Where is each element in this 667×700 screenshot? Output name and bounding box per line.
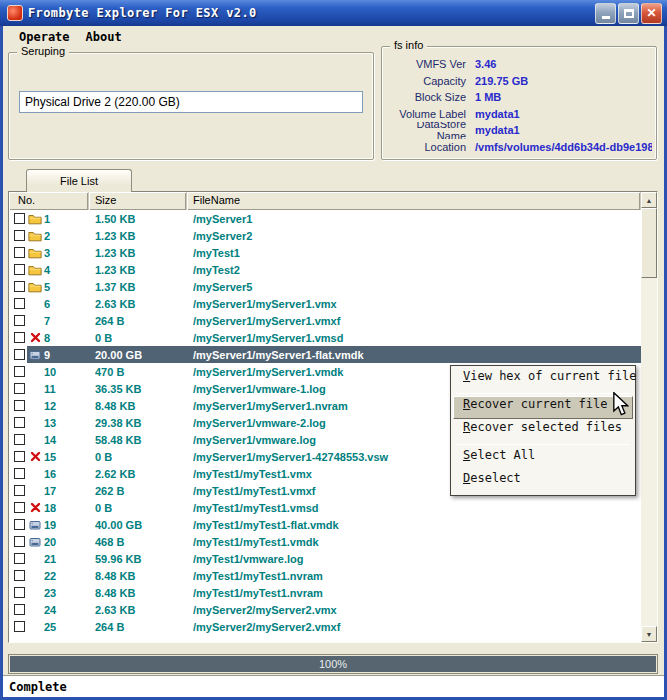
row-checkbox[interactable] (14, 298, 25, 309)
row-checkbox[interactable] (14, 349, 25, 360)
tab-file-list[interactable]: File List (26, 169, 132, 192)
table-row[interactable]: 80 B/myServer1/myServer1.vmsd (9, 329, 641, 346)
row-checkbox[interactable] (14, 604, 25, 615)
row-checkbox[interactable] (14, 400, 25, 411)
row-filename: /myServer1/myServer1-flat.vmdk (193, 349, 641, 361)
row-filename: /myServer1/myServer1.vmsd (193, 332, 641, 344)
table-row[interactable]: 20468 B/myTest1/myTest1.vmdk (9, 533, 641, 550)
row-size: 1.23 KB (95, 230, 186, 242)
table-row[interactable]: 242.63 KB/myServer2/myServer2.vmx (9, 601, 641, 618)
row-number: 8 (44, 332, 88, 344)
fs-info-value: 219.75 GB (475, 75, 528, 87)
table-row[interactable]: 31.23 KB/myTest1 (9, 244, 641, 261)
no-icon (28, 484, 42, 497)
row-checkbox[interactable] (14, 247, 25, 258)
row-filename: /myServer1/myServer1.vmxf (193, 315, 641, 327)
row-size: 264 B (95, 315, 186, 327)
context-menu-item[interactable]: View hex of current file (453, 368, 633, 391)
row-checkbox[interactable] (14, 621, 25, 632)
no-icon (28, 586, 42, 599)
row-checkbox[interactable] (14, 502, 25, 513)
context-menu-item[interactable]: Deselect (453, 470, 633, 493)
row-checkbox[interactable] (14, 281, 25, 292)
table-row[interactable]: 920.00 GB/myServer1/myServer1-flat.vmdk (9, 346, 641, 363)
context-menu-item[interactable]: Recover current file (453, 396, 633, 419)
vertical-scrollbar[interactable]: ▲ ▼ (641, 192, 657, 642)
row-size: 20.00 GB (95, 349, 186, 361)
table-row[interactable]: 51.37 KB/myServer5 (9, 278, 641, 295)
table-row[interactable]: 25264 B/myServer2/myServer2.vmxf (9, 618, 641, 635)
scroll-down-button[interactable]: ▼ (641, 626, 657, 642)
row-checkbox[interactable] (14, 570, 25, 581)
row-checkbox[interactable] (14, 366, 25, 377)
row-checkbox[interactable] (14, 468, 25, 479)
row-checkbox[interactable] (14, 332, 25, 343)
context-menu-item[interactable]: Select All (453, 447, 633, 470)
status-bar: Complete (3, 675, 664, 697)
row-checkbox[interactable] (14, 213, 25, 224)
row-checkbox[interactable] (14, 417, 25, 428)
row-size: 8.48 KB (95, 570, 186, 582)
folder-icon (28, 212, 42, 225)
row-size: 1.23 KB (95, 264, 186, 276)
menu-separator (456, 444, 630, 445)
row-number: 10 (44, 366, 88, 378)
fs-info-row: VMFS Ver3.46 (386, 56, 652, 73)
folder-icon (28, 263, 42, 276)
row-checkbox[interactable] (14, 383, 25, 394)
setup-groupbox: Seruping (8, 52, 374, 160)
menubar: OperateAbout (3, 26, 664, 48)
x-icon (28, 450, 42, 463)
drive-select-input[interactable] (19, 91, 363, 113)
menu-item-about[interactable]: About (78, 28, 130, 48)
table-row[interactable]: 180 B/myTest1/myTest1.vmsd (9, 499, 641, 516)
table-row[interactable]: 238.48 KB/myTest1/myTest1.nvram (9, 584, 641, 601)
context-menu-item[interactable]: Recover selected files (453, 419, 633, 442)
scroll-up-icon: ▲ (646, 197, 653, 204)
table-row[interactable]: 11.50 KB/myServer1 (9, 210, 641, 227)
row-checkbox[interactable] (14, 485, 25, 496)
scroll-up-button[interactable]: ▲ (641, 192, 657, 208)
row-size: 264 B (95, 621, 186, 633)
table-row[interactable]: 41.23 KB/myTest2 (9, 261, 641, 278)
row-filename: /myTest1/myTest1.vmdk (193, 536, 641, 548)
row-size: 262 B (95, 485, 186, 497)
row-checkbox[interactable] (14, 553, 25, 564)
row-checkbox[interactable] (14, 315, 25, 326)
row-filename: /myServer2 (193, 230, 641, 242)
table-row[interactable]: 228.48 KB/myTest1/myTest1.nvram (9, 567, 641, 584)
table-row[interactable]: 1940.00 GB/myTest1/myTest1-flat.vmdk (9, 516, 641, 533)
row-checkbox[interactable] (14, 434, 25, 445)
row-filename: /myServer2/myServer2.vmxf (193, 621, 641, 633)
row-checkbox[interactable] (14, 451, 25, 462)
row-checkbox[interactable] (14, 587, 25, 598)
row-number: 21 (44, 553, 88, 565)
no-icon (28, 552, 42, 565)
table-row[interactable]: 2159.96 KB/myTest1/vmware.log (9, 550, 641, 567)
row-checkbox[interactable] (14, 230, 25, 241)
row-size: 1.37 KB (95, 281, 186, 293)
close-button[interactable]: ✕ (641, 3, 662, 24)
maximize-button[interactable] (618, 3, 639, 24)
row-checkbox[interactable] (14, 264, 25, 275)
row-checkbox[interactable] (14, 519, 25, 530)
table-row[interactable]: 7264 B/myServer1/myServer1.vmxf (9, 312, 641, 329)
row-size: 0 B (95, 451, 186, 463)
row-number: 2 (44, 230, 88, 242)
titlebar: Frombyte Explorer For ESX v2.0 ✕ (0, 0, 667, 26)
minimize-button[interactable] (595, 3, 616, 24)
menu-separator (456, 393, 630, 394)
row-size: 58.48 KB (95, 434, 186, 446)
disk-icon (28, 518, 42, 531)
table-row[interactable]: 62.63 KB/myServer1/myServer1.vmx (9, 295, 641, 312)
progress-bar: 100% (8, 654, 658, 674)
column-header-size[interactable]: Size (89, 192, 187, 210)
column-header-filename[interactable]: FileName (187, 192, 641, 210)
scrollbar-thumb[interactable] (641, 208, 657, 278)
column-header-no[interactable]: No. (9, 192, 89, 210)
row-checkbox[interactable] (14, 536, 25, 547)
row-number: 19 (44, 519, 88, 531)
row-number: 3 (44, 247, 88, 259)
table-row[interactable]: 21.23 KB/myServer2 (9, 227, 641, 244)
fs-info-label: DataStore Name (386, 122, 466, 139)
